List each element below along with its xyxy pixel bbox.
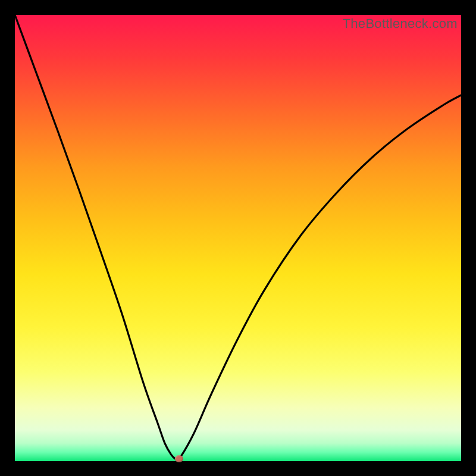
- plot-area: TheBottleneck.com: [15, 15, 461, 461]
- chart-frame: TheBottleneck.com: [0, 0, 476, 476]
- bottleneck-curve: [15, 15, 461, 461]
- curve-svg: [15, 15, 461, 461]
- optimal-point-marker: [175, 455, 183, 462]
